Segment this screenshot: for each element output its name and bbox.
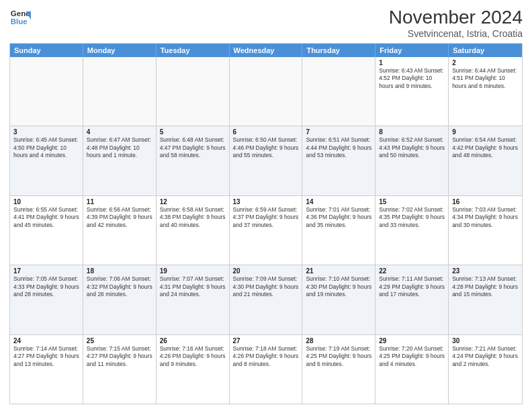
day-cell-10: 10Sunrise: 6:55 AM Sunset: 4:41 PM Dayli… bbox=[10, 196, 83, 265]
header-day-tuesday: Tuesday bbox=[157, 44, 230, 57]
day-number: 3 bbox=[13, 128, 79, 136]
day-cell-29: 29Sunrise: 7:20 AM Sunset: 4:25 PM Dayli… bbox=[375, 335, 449, 404]
day-info: Sunrise: 7:05 AM Sunset: 4:33 PM Dayligh… bbox=[13, 275, 79, 298]
day-number: 22 bbox=[379, 267, 445, 275]
day-info: Sunrise: 7:11 AM Sunset: 4:29 PM Dayligh… bbox=[379, 275, 445, 298]
day-number: 26 bbox=[160, 337, 226, 345]
day-info: Sunrise: 6:48 AM Sunset: 4:47 PM Dayligh… bbox=[160, 136, 226, 159]
svg-text:Blue: Blue bbox=[11, 17, 28, 26]
logo: General Blue bbox=[9, 7, 31, 28]
day-info: Sunrise: 7:16 AM Sunset: 4:26 PM Dayligh… bbox=[160, 345, 226, 368]
day-info: Sunrise: 7:14 AM Sunset: 4:27 PM Dayligh… bbox=[13, 345, 79, 368]
header-day-monday: Monday bbox=[83, 44, 157, 57]
day-info: Sunrise: 6:56 AM Sunset: 4:39 PM Dayligh… bbox=[87, 206, 152, 229]
day-number: 12 bbox=[160, 198, 226, 205]
empty-cell bbox=[10, 57, 83, 126]
day-info: Sunrise: 6:59 AM Sunset: 4:37 PM Dayligh… bbox=[233, 206, 299, 229]
day-cell-16: 16Sunrise: 7:03 AM Sunset: 4:34 PM Dayli… bbox=[449, 196, 522, 265]
day-cell-14: 14Sunrise: 7:01 AM Sunset: 4:36 PM Dayli… bbox=[302, 196, 375, 265]
day-cell-2: 2Sunrise: 6:44 AM Sunset: 4:51 PM Daylig… bbox=[449, 57, 522, 126]
day-cell-18: 18Sunrise: 7:06 AM Sunset: 4:32 PM Dayli… bbox=[83, 265, 157, 334]
calendar-header: SundayMondayTuesdayWednesdayThursdayFrid… bbox=[10, 44, 522, 57]
day-number: 28 bbox=[306, 337, 371, 345]
empty-cell bbox=[157, 57, 230, 126]
day-number: 11 bbox=[87, 198, 152, 205]
day-number: 25 bbox=[87, 337, 152, 345]
day-cell-27: 27Sunrise: 7:18 AM Sunset: 4:26 PM Dayli… bbox=[230, 335, 303, 404]
day-cell-1: 1Sunrise: 6:43 AM Sunset: 4:52 PM Daylig… bbox=[375, 57, 449, 126]
day-cell-28: 28Sunrise: 7:19 AM Sunset: 4:25 PM Dayli… bbox=[302, 335, 375, 404]
day-info: Sunrise: 7:19 AM Sunset: 4:25 PM Dayligh… bbox=[306, 345, 371, 368]
day-info: Sunrise: 7:07 AM Sunset: 4:31 PM Dayligh… bbox=[160, 275, 226, 298]
day-cell-8: 8Sunrise: 6:52 AM Sunset: 4:43 PM Daylig… bbox=[375, 126, 449, 195]
day-number: 16 bbox=[452, 198, 519, 205]
day-info: Sunrise: 6:43 AM Sunset: 4:52 PM Dayligh… bbox=[379, 67, 445, 90]
day-cell-24: 24Sunrise: 7:14 AM Sunset: 4:27 PM Dayli… bbox=[10, 335, 83, 404]
day-cell-26: 26Sunrise: 7:16 AM Sunset: 4:26 PM Dayli… bbox=[157, 335, 230, 404]
header-day-wednesday: Wednesday bbox=[230, 44, 303, 57]
header-day-saturday: Saturday bbox=[449, 44, 522, 57]
day-info: Sunrise: 7:03 AM Sunset: 4:34 PM Dayligh… bbox=[452, 206, 519, 229]
day-info: Sunrise: 6:54 AM Sunset: 4:42 PM Dayligh… bbox=[452, 136, 519, 159]
header-day-thursday: Thursday bbox=[302, 44, 375, 57]
day-info: Sunrise: 6:52 AM Sunset: 4:43 PM Dayligh… bbox=[379, 136, 445, 159]
day-number: 13 bbox=[233, 198, 299, 205]
day-number: 21 bbox=[306, 267, 371, 275]
day-info: Sunrise: 7:13 AM Sunset: 4:28 PM Dayligh… bbox=[452, 275, 519, 298]
day-info: Sunrise: 7:15 AM Sunset: 4:27 PM Dayligh… bbox=[87, 345, 152, 368]
day-info: Sunrise: 7:01 AM Sunset: 4:36 PM Dayligh… bbox=[306, 206, 371, 229]
subtitle: Svetvincenat, Istria, Croatia bbox=[389, 28, 523, 39]
day-number: 14 bbox=[306, 198, 371, 205]
calendar-row-2: 10Sunrise: 6:55 AM Sunset: 4:41 PM Dayli… bbox=[10, 195, 522, 265]
calendar: SundayMondayTuesdayWednesdayThursdayFrid… bbox=[9, 43, 523, 404]
day-info: Sunrise: 7:09 AM Sunset: 4:30 PM Dayligh… bbox=[233, 275, 299, 298]
day-cell-9: 9Sunrise: 6:54 AM Sunset: 4:42 PM Daylig… bbox=[449, 126, 522, 195]
calendar-body: 1Sunrise: 6:43 AM Sunset: 4:52 PM Daylig… bbox=[10, 57, 522, 404]
day-cell-15: 15Sunrise: 7:02 AM Sunset: 4:35 PM Dayli… bbox=[375, 196, 449, 265]
day-cell-7: 7Sunrise: 6:51 AM Sunset: 4:44 PM Daylig… bbox=[302, 126, 375, 195]
day-cell-25: 25Sunrise: 7:15 AM Sunset: 4:27 PM Dayli… bbox=[83, 335, 157, 404]
day-number: 8 bbox=[379, 128, 445, 136]
empty-cell bbox=[230, 57, 303, 126]
day-number: 15 bbox=[379, 198, 445, 205]
day-cell-23: 23Sunrise: 7:13 AM Sunset: 4:28 PM Dayli… bbox=[449, 265, 522, 334]
day-cell-5: 5Sunrise: 6:48 AM Sunset: 4:47 PM Daylig… bbox=[157, 126, 230, 195]
day-cell-3: 3Sunrise: 6:45 AM Sunset: 4:50 PM Daylig… bbox=[10, 126, 83, 195]
day-number: 30 bbox=[452, 337, 519, 345]
empty-cell bbox=[83, 57, 157, 126]
day-info: Sunrise: 6:44 AM Sunset: 4:51 PM Dayligh… bbox=[452, 67, 519, 90]
day-cell-4: 4Sunrise: 6:47 AM Sunset: 4:48 PM Daylig… bbox=[83, 126, 157, 195]
header-day-sunday: Sunday bbox=[10, 44, 83, 57]
day-number: 29 bbox=[379, 337, 445, 345]
day-number: 10 bbox=[13, 198, 79, 205]
day-cell-30: 30Sunrise: 7:21 AM Sunset: 4:24 PM Dayli… bbox=[449, 335, 522, 404]
empty-cell bbox=[302, 57, 375, 126]
day-cell-12: 12Sunrise: 6:58 AM Sunset: 4:38 PM Dayli… bbox=[157, 196, 230, 265]
day-number: 27 bbox=[233, 337, 299, 345]
day-cell-6: 6Sunrise: 6:50 AM Sunset: 4:46 PM Daylig… bbox=[230, 126, 303, 195]
day-info: Sunrise: 7:18 AM Sunset: 4:26 PM Dayligh… bbox=[233, 345, 299, 368]
day-info: Sunrise: 6:58 AM Sunset: 4:38 PM Dayligh… bbox=[160, 206, 226, 229]
day-number: 19 bbox=[160, 267, 226, 275]
day-number: 17 bbox=[13, 267, 79, 275]
day-number: 24 bbox=[13, 337, 79, 345]
day-number: 20 bbox=[233, 267, 299, 275]
day-info: Sunrise: 6:45 AM Sunset: 4:50 PM Dayligh… bbox=[13, 136, 79, 159]
month-title: November 2024 bbox=[389, 7, 523, 28]
day-number: 1 bbox=[379, 59, 445, 66]
day-info: Sunrise: 7:10 AM Sunset: 4:30 PM Dayligh… bbox=[306, 275, 371, 298]
day-cell-17: 17Sunrise: 7:05 AM Sunset: 4:33 PM Dayli… bbox=[10, 265, 83, 334]
day-number: 4 bbox=[87, 128, 152, 136]
day-number: 18 bbox=[87, 267, 152, 275]
day-info: Sunrise: 7:02 AM Sunset: 4:35 PM Dayligh… bbox=[379, 206, 445, 229]
day-info: Sunrise: 6:50 AM Sunset: 4:46 PM Dayligh… bbox=[233, 136, 299, 159]
day-cell-22: 22Sunrise: 7:11 AM Sunset: 4:29 PM Dayli… bbox=[375, 265, 449, 334]
day-info: Sunrise: 7:21 AM Sunset: 4:24 PM Dayligh… bbox=[452, 345, 519, 368]
day-number: 9 bbox=[452, 128, 519, 136]
day-cell-21: 21Sunrise: 7:10 AM Sunset: 4:30 PM Dayli… bbox=[302, 265, 375, 334]
day-number: 5 bbox=[160, 128, 226, 136]
day-cell-19: 19Sunrise: 7:07 AM Sunset: 4:31 PM Dayli… bbox=[157, 265, 230, 334]
day-info: Sunrise: 6:55 AM Sunset: 4:41 PM Dayligh… bbox=[13, 206, 79, 229]
calendar-row-1: 3Sunrise: 6:45 AM Sunset: 4:50 PM Daylig… bbox=[10, 126, 522, 195]
day-info: Sunrise: 6:47 AM Sunset: 4:48 PM Dayligh… bbox=[87, 136, 152, 159]
